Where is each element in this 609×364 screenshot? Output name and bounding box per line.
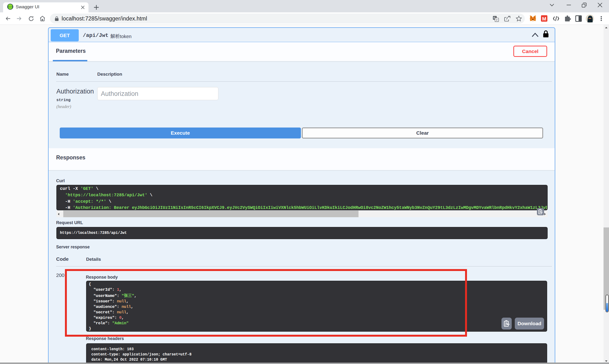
svg-text:{···}: {···} bbox=[7, 5, 13, 9]
svg-text:文: 文 bbox=[495, 18, 498, 22]
